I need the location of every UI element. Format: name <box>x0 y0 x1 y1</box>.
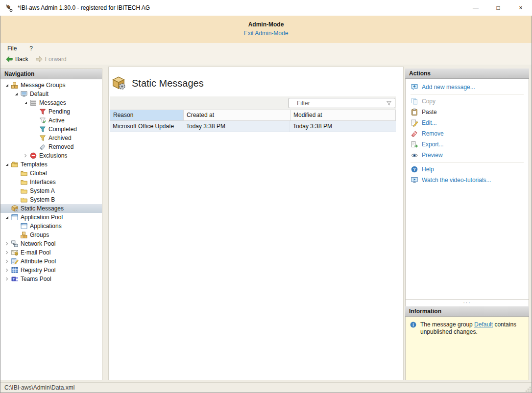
collapsed-arrow-icon[interactable] <box>3 240 10 247</box>
action-add-new-message[interactable]: Add new message... <box>406 82 529 92</box>
tree-item-message-groups[interactable]: Message Groups <box>0 81 102 90</box>
action-edit[interactable]: Edit... <box>406 117 529 128</box>
expander-spacer <box>3 205 10 212</box>
tree-item-network-pool[interactable]: Network Pool <box>0 239 102 248</box>
funnel-teal-icon <box>39 125 47 133</box>
collapsed-arrow-icon[interactable] <box>3 258 10 265</box>
tree-item-attribute-pool[interactable]: Attribute Pool <box>0 257 102 266</box>
navigation-header: Navigation <box>0 69 102 79</box>
folder-icon <box>20 196 28 204</box>
right-column: Actions Add new message...CopyPasteEdit.… <box>405 69 529 380</box>
default-group-link[interactable]: Default <box>474 321 493 328</box>
collapsed-arrow-icon[interactable] <box>22 152 29 159</box>
tree-item-label: Completed <box>48 126 79 133</box>
tree-item-messages[interactable]: Messages <box>0 98 102 107</box>
tree-item-label: Global <box>30 170 49 177</box>
action-export[interactable]: Export... <box>406 139 529 150</box>
table-header-row: ReasonCreated atModified at <box>110 110 396 121</box>
tree-item-label: Interfaces <box>30 179 58 185</box>
messages-list-icon <box>29 99 37 107</box>
filter-bar <box>110 96 396 110</box>
workspace: Navigation Message GroupsDefaultMessages… <box>0 65 532 382</box>
action-label: Copy <box>422 98 435 105</box>
column-header-modified-at[interactable]: Modified at <box>290 110 395 120</box>
forward-label: Forward <box>45 56 67 63</box>
maximize-button[interactable]: □ <box>487 0 509 16</box>
tree-item-label: E-mail Pool <box>21 249 52 256</box>
tree-item-groups[interactable]: Groups <box>0 231 102 239</box>
action-label: Preview <box>422 152 443 159</box>
table-row[interactable]: Microsoft Office UpdateToday 3:38 PMToda… <box>110 121 396 132</box>
menu-[interactable]: ? <box>29 45 33 52</box>
app-window: { "window": { "title": "*IBI-aws Admin 1… <box>0 0 532 393</box>
tree-item-system-b[interactable]: System B <box>0 195 102 204</box>
action-preview[interactable]: Preview <box>406 150 529 161</box>
expander-spacer <box>13 170 20 177</box>
resize-grip-icon[interactable] <box>525 386 531 392</box>
minimize-button[interactable]: — <box>464 0 487 16</box>
templates-icon <box>11 161 19 168</box>
tree-item-interfaces[interactable]: Interfaces <box>0 178 102 186</box>
tree-item-label: Application Pool <box>21 214 65 221</box>
svg-text:@: @ <box>15 253 18 255</box>
tree-item-archived[interactable]: Archived <box>0 134 102 142</box>
toolbar: Back Forward <box>0 53 532 65</box>
expander-spacer <box>31 117 38 124</box>
column-header-reason[interactable]: Reason <box>110 110 184 120</box>
static-messages-icon <box>111 76 126 91</box>
tree-item-registry-pool[interactable]: Registry Pool <box>0 266 102 275</box>
tree-item-label: Exclusions <box>39 152 69 159</box>
tree-item-pending[interactable]: Pending <box>0 107 102 116</box>
title-bar: *IBI-aws Admin 1.30.0 - registered for I… <box>0 0 532 16</box>
action-watch-the-video-tutorials[interactable]: Watch the video-tutorials... <box>406 175 529 185</box>
filter-funnel-icon[interactable] <box>383 98 395 108</box>
tree-item-completed[interactable]: Completed <box>0 125 102 134</box>
tree-item-label: Removed <box>48 143 75 150</box>
action-label: Export... <box>422 141 444 148</box>
column-header-created-at[interactable]: Created at <box>184 110 290 120</box>
tree-item-removed[interactable]: Removed <box>0 142 102 151</box>
filter-input[interactable] <box>289 100 383 107</box>
action-label: Edit... <box>422 119 437 126</box>
expanded-arrow-icon[interactable] <box>13 91 20 97</box>
expanded-arrow-icon[interactable] <box>3 214 10 221</box>
expander-spacer <box>13 187 20 194</box>
expanded-arrow-icon[interactable] <box>3 82 10 89</box>
tree-item-applications[interactable]: Applications <box>0 222 102 231</box>
tree-item-teams-pool[interactable]: TTeams Pool <box>0 275 102 283</box>
tree-item-system-a[interactable]: System A <box>0 186 102 195</box>
table-cell: Today 3:38 PM <box>290 121 396 132</box>
tree-item-templates[interactable]: Templates <box>0 160 102 169</box>
action-paste[interactable]: Paste <box>406 107 529 117</box>
table-body: Microsoft Office UpdateToday 3:38 PMToda… <box>110 121 396 132</box>
action-help[interactable]: ?Help <box>406 164 529 175</box>
expanded-arrow-icon[interactable] <box>22 99 29 106</box>
exit-admin-mode-link[interactable]: Exit Admin-Mode <box>244 30 289 37</box>
collapsed-arrow-icon[interactable] <box>3 249 10 256</box>
tree-item-active[interactable]: Active <box>0 116 102 125</box>
expanded-arrow-icon[interactable] <box>3 161 10 168</box>
window-title: *IBI-aws Admin 1.30.0 - registered for I… <box>18 4 150 11</box>
action-label: Remove <box>422 130 444 137</box>
close-button[interactable]: × <box>509 0 532 16</box>
admin-mode-title: Admin-Mode <box>0 16 532 28</box>
navigation-tree: Message GroupsDefaultMessagesPendingActi… <box>0 79 102 283</box>
forward-button[interactable]: Forward <box>35 55 67 63</box>
collapsed-arrow-icon[interactable] <box>3 267 10 274</box>
table-cell: Microsoft Office Update <box>110 121 183 132</box>
tree-item-application-pool[interactable]: Application Pool <box>0 213 102 222</box>
action-copy: Copy <box>406 96 529 107</box>
back-button[interactable]: Back <box>5 55 28 63</box>
tree-item-label: Pending <box>48 108 72 115</box>
funnel-red-icon <box>39 108 47 116</box>
tree-item-e-mail-pool[interactable]: @E-mail Pool <box>0 248 102 257</box>
action-remove[interactable]: Remove <box>406 128 529 139</box>
panel-splitter[interactable]: ··· <box>405 300 529 306</box>
actions-header: Actions <box>405 69 529 79</box>
menu-file[interactable]: File <box>7 45 17 52</box>
tree-item-global[interactable]: Global <box>0 169 102 178</box>
tree-item-default[interactable]: Default <box>0 90 102 98</box>
tree-item-exclusions[interactable]: Exclusions <box>0 151 102 160</box>
collapsed-arrow-icon[interactable] <box>3 276 10 282</box>
tree-item-static-messages[interactable]: Static Messages <box>0 204 102 213</box>
